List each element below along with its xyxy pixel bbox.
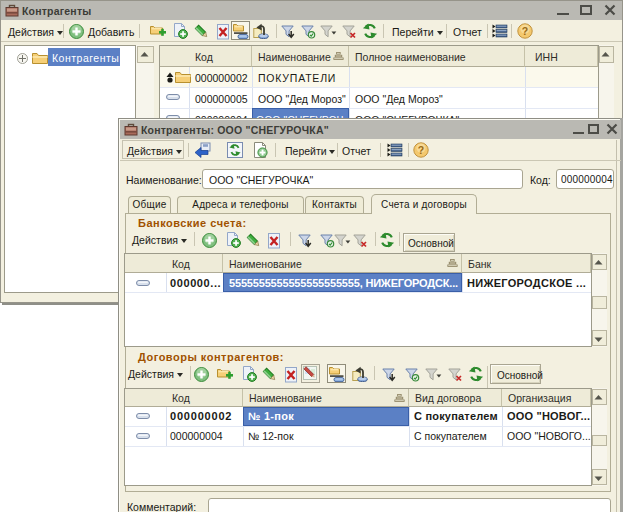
svg-text:?: ?	[418, 144, 424, 156]
svg-text:?: ?	[522, 25, 528, 37]
